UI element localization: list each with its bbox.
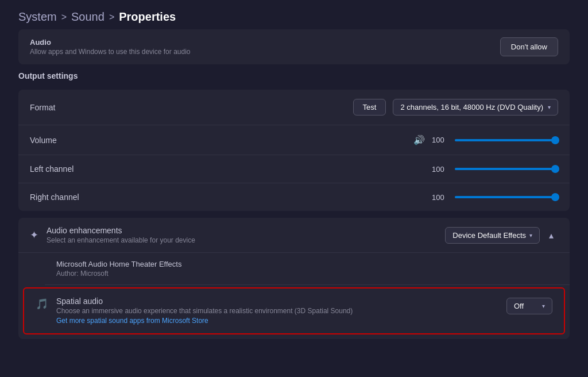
- format-controls: Test 2 channels, 16 bit, 48000 Hz (DVD Q…: [353, 99, 558, 116]
- spatial-text: Spatial audio Choose an immersive audio …: [56, 297, 353, 325]
- breadcrumb-sep-1: >: [61, 12, 67, 22]
- volume-slider-container: [455, 139, 558, 141]
- right-channel-controls: 100: [432, 193, 558, 202]
- header: System > Sound > Properties: [0, 0, 588, 29]
- spatial-left: 🎵 Spatial audio Choose an immersive audi…: [36, 297, 353, 325]
- right-channel-value: 100: [432, 193, 448, 202]
- volume-slider-track[interactable]: [455, 139, 558, 141]
- left-channel-slider-thumb[interactable]: [551, 165, 559, 173]
- breadcrumb-properties: Properties: [119, 10, 176, 24]
- audio-title: Audio: [30, 38, 191, 47]
- enhancements-left: ✦ Audio enhancements Select an enhanceme…: [30, 226, 195, 244]
- volume-icon: 🔊: [413, 134, 425, 145]
- right-channel-slider-track[interactable]: [455, 196, 558, 198]
- right-channel-row: Right channel 100: [18, 183, 570, 211]
- spatial-off-dropdown[interactable]: Off ▾: [506, 298, 552, 314]
- enhancements-header: ✦ Audio enhancements Select an enhanceme…: [18, 218, 570, 253]
- breadcrumb-sound[interactable]: Sound: [71, 10, 105, 24]
- right-channel-slider-container: [455, 196, 558, 198]
- ms-audio-author: Author: Microsoft: [56, 270, 558, 278]
- left-channel-slider-container: [455, 168, 558, 170]
- format-label: Format: [30, 103, 55, 112]
- audio-info: Audio Allow apps and Windows to use this…: [30, 38, 191, 56]
- microsoft-audio-row: Microsoft Audio Home Theater Effects Aut…: [45, 253, 570, 285]
- dont-allow-button[interactable]: Don't allow: [500, 37, 558, 56]
- left-channel-controls: 100: [432, 165, 558, 174]
- settings-group: Format Test 2 channels, 16 bit, 48000 Hz…: [18, 90, 570, 211]
- enhancements-text: Audio enhancements Select an enhancement…: [47, 226, 195, 244]
- settings-page: System > Sound > Properties Audio Allow …: [0, 0, 588, 377]
- collapse-button[interactable]: ▴: [544, 228, 558, 243]
- breadcrumb: System > Sound > Properties: [18, 10, 176, 24]
- spatial-store-link[interactable]: Get more spatial sound apps from Microso…: [56, 317, 208, 325]
- right-channel-label: Right channel: [30, 193, 79, 202]
- left-channel-row: Left channel 100: [18, 155, 570, 183]
- spatial-audio-icon: 🎵: [36, 298, 48, 310]
- spatial-audio-row: 🎵 Spatial audio Choose an immersive audi…: [23, 287, 565, 334]
- audio-description: Allow apps and Windows to use this devic…: [30, 48, 191, 56]
- enhancements-right: Device Default Effects ▾ ▴: [445, 227, 558, 244]
- enhancements-icon: ✦: [30, 229, 38, 241]
- volume-slider-thumb[interactable]: [551, 136, 559, 144]
- volume-label: Volume: [30, 136, 57, 145]
- volume-row: Volume 🔊 100: [18, 125, 570, 155]
- format-dropdown[interactable]: 2 channels, 16 bit, 48000 Hz (DVD Qualit…: [393, 99, 558, 116]
- left-channel-slider-track[interactable]: [455, 168, 558, 170]
- left-channel-value: 100: [432, 165, 448, 174]
- right-channel-slider-thumb[interactable]: [551, 193, 559, 201]
- device-default-value: Device Default Effects: [452, 231, 526, 240]
- audio-section: Audio Allow apps and Windows to use this…: [18, 29, 570, 64]
- device-default-chevron-icon: ▾: [529, 232, 532, 238]
- breadcrumb-system[interactable]: System: [18, 10, 57, 24]
- spatial-chevron-icon: ▾: [542, 303, 545, 309]
- volume-controls: 🔊 100: [413, 134, 558, 145]
- format-chevron-icon: ▾: [548, 104, 551, 110]
- main-content: Audio Allow apps and Windows to use this…: [0, 29, 588, 377]
- enhancements-title: Audio enhancements: [47, 226, 195, 235]
- spatial-description: Choose an immersive audio experience tha…: [56, 307, 353, 315]
- device-default-dropdown[interactable]: Device Default Effects ▾: [445, 227, 540, 244]
- format-row: Format Test 2 channels, 16 bit, 48000 Hz…: [18, 90, 570, 125]
- ms-audio-title: Microsoft Audio Home Theater Effects: [56, 260, 558, 268]
- volume-value: 100: [432, 136, 448, 144]
- left-channel-label: Left channel: [30, 164, 74, 174]
- spatial-title: Spatial audio: [56, 297, 353, 306]
- spatial-dropdown-value: Off: [514, 302, 524, 310]
- breadcrumb-sep-2: >: [109, 12, 114, 22]
- format-dropdown-value: 2 channels, 16 bit, 48000 Hz (DVD Qualit…: [400, 103, 543, 111]
- output-settings-label: Output settings: [18, 71, 570, 80]
- enhancements-section: ✦ Audio enhancements Select an enhanceme…: [18, 218, 570, 339]
- test-button[interactable]: Test: [353, 99, 386, 116]
- enhancements-description: Select an enhancement available for your…: [47, 236, 195, 244]
